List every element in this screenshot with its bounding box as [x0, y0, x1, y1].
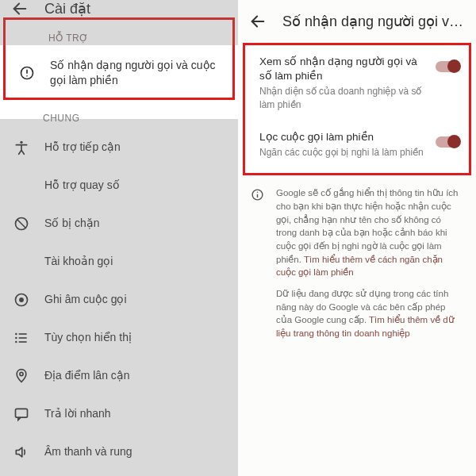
info-paragraph-1: Google sẽ cố gắng hiển thị thông tin hữu…: [276, 186, 463, 279]
list-item-label: Ghi âm cuộc gọi: [44, 292, 127, 307]
record-icon: [13, 292, 30, 308]
list-item[interactable]: Âm thanh và rung: [0, 433, 238, 471]
general-list: Hỗ trợ tiếp cậnHỗ trợ quay sốSố bị chặnT…: [0, 129, 238, 476]
setting-spam-filter[interactable]: Lọc cuộc gọi làm phiền Ngăn các cuộc gọi…: [245, 121, 469, 168]
list-item[interactable]: Hỗ trợ tiếp cận: [0, 129, 238, 167]
info-icon: [251, 188, 265, 347]
section-label-general: CHUNG: [0, 100, 238, 129]
block-icon: [13, 216, 30, 232]
toggle-switch-caller-id[interactable]: [436, 61, 459, 72]
list-item[interactable]: Trả lời nhanh: [0, 395, 238, 433]
list-item[interactable]: Số bị chặn: [0, 205, 238, 243]
volume-icon: [13, 444, 30, 460]
list-item-label: Âm thanh và rung: [44, 444, 132, 459]
row-label: Số nhận dạng người gọi và cuộc gọi làm p…: [50, 58, 220, 88]
accessibility-icon: [13, 140, 30, 155]
highlight-support-section: HỖ TRỢ Số nhận dạng người gọi và cuộc gọ…: [3, 17, 235, 100]
list-item[interactable]: Thư thoại: [0, 471, 238, 476]
list-item-label: Số bị chặn: [44, 216, 99, 231]
list-item[interactable]: Ghi âm cuộc gọi: [0, 281, 238, 319]
highlight-toggles: Xem số nhận dạng người gọi và số làm phi…: [243, 43, 471, 175]
page-title-right: Số nhận dạng người gọi và cuộ...: [282, 13, 465, 30]
back-arrow-icon[interactable]: [11, 0, 29, 17]
appbar-left: Cài đặt: [0, 0, 238, 17]
toggle-switch-spam-filter[interactable]: [436, 136, 459, 148]
svg-point-7: [257, 192, 258, 193]
page-title-left: Cài đặt: [44, 0, 90, 17]
setting-subtitle: Ngăn các cuộc gọi bị nghi là làm phiền: [259, 146, 428, 159]
setting-subtitle: Nhận diện số của doanh nghiệp và số làm …: [259, 85, 428, 110]
svg-point-3: [26, 75, 28, 77]
list-item-label: Tài khoản gọi: [44, 254, 113, 269]
info-block: Google sẽ cố gắng hiển thị thông tin hữu…: [238, 175, 476, 354]
list-item-label: Tùy chọn hiển thị: [44, 330, 132, 345]
setting-title: Xem số nhận dạng người gọi và số làm phi…: [259, 55, 428, 83]
settings-panel: Cài đặt HỖ TRỢ Số nhận dạng người gọi và…: [0, 0, 238, 476]
appbar-right: Số nhận dạng người gọi và cuộ...: [238, 0, 476, 43]
pin-icon: [13, 368, 30, 384]
list-icon: [13, 330, 30, 346]
list-item-label: Hỗ trợ tiếp cận: [44, 140, 121, 155]
caller-id-panel: Số nhận dạng người gọi và cuộ... Xem số …: [238, 0, 476, 476]
info-paragraph-2: Dữ liệu đang được sử dụng trong các tính…: [276, 287, 463, 340]
list-item-label: Hỗ trợ quay số: [44, 178, 120, 193]
list-item-label: Địa điểm lân cận: [44, 368, 130, 383]
list-item[interactable]: Địa điểm lân cận: [0, 357, 238, 395]
setting-caller-id[interactable]: Xem số nhận dạng người gọi và số làm phi…: [245, 45, 469, 121]
row-caller-id-spam[interactable]: Số nhận dạng người gọi và cuộc gọi làm p…: [6, 48, 232, 98]
list-item[interactable]: Tùy chọn hiển thị: [0, 319, 238, 357]
back-arrow-icon[interactable]: [249, 13, 267, 30]
list-item[interactable]: Tài khoản gọi: [0, 243, 238, 281]
alert-circle-icon: [18, 65, 36, 81]
chat-icon: [13, 406, 30, 422]
setting-title: Lọc cuộc gọi làm phiền: [259, 130, 428, 144]
list-item[interactable]: Hỗ trợ quay số: [0, 167, 238, 205]
list-item-label: Trả lời nhanh: [44, 406, 111, 421]
section-label-support: HỖ TRỢ: [6, 20, 232, 48]
